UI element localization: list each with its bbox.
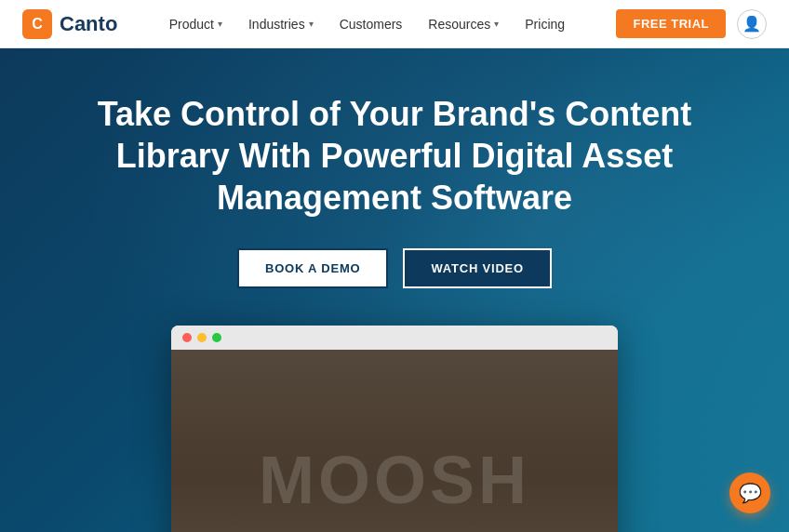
watch-video-button[interactable]: WATCH VIDEO	[403, 248, 552, 288]
logo-icon: C	[22, 9, 52, 39]
nav-actions: FREE TRIAL 👤	[616, 9, 767, 39]
browser-dot-yellow	[197, 333, 207, 342]
book-demo-button[interactable]: BOOK A DEMO	[237, 248, 388, 288]
nav-product[interactable]: Product▾	[169, 17, 222, 32]
browser-content: MOOSH	[171, 350, 618, 532]
browser-bar	[171, 326, 618, 350]
hero-title: Take Control of Your Brand's Content Lib…	[60, 93, 729, 219]
browser-dot-red	[182, 333, 192, 342]
nav-resources[interactable]: Resources▾	[428, 17, 499, 32]
hero-buttons: BOOK A DEMO WATCH VIDEO	[22, 248, 767, 288]
dashboard-preview: M Mark Smith 40 min ago This is the late…	[22, 326, 767, 532]
navbar: C Canto Product▾ Industries▾ Customers R…	[0, 0, 789, 48]
nav-links: Product▾ Industries▾ Customers Resources…	[169, 17, 565, 32]
chat-bubble[interactable]: 💬	[729, 472, 770, 513]
browser-mockup: MOOSH	[171, 326, 618, 532]
nav-industries[interactable]: Industries▾	[248, 17, 314, 32]
nav-pricing[interactable]: Pricing	[525, 17, 565, 32]
browser-dot-green	[212, 333, 221, 342]
free-trial-button[interactable]: FREE TRIAL	[616, 9, 726, 38]
logo[interactable]: C Canto	[22, 9, 117, 39]
hero-section: Take Control of Your Brand's Content Lib…	[0, 48, 789, 532]
content-image: MOOSH	[171, 350, 618, 532]
user-account-icon[interactable]: 👤	[737, 9, 767, 39]
moosh-text: MOOSH	[259, 442, 530, 518]
nav-customers[interactable]: Customers	[340, 17, 403, 32]
logo-name: Canto	[60, 12, 117, 36]
